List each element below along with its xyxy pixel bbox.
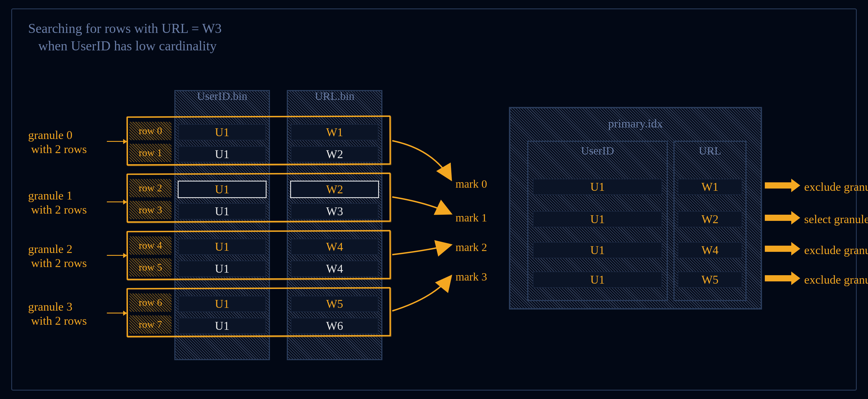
url-cell: W1 [291, 124, 378, 140]
userid-cell: U1 [178, 203, 266, 220]
row-label: row 3 [129, 201, 172, 219]
verdict-label: exclude granule [804, 273, 868, 286]
verdict-label: exclude granule [804, 180, 868, 194]
userid-cell: U1 [178, 296, 266, 312]
mark-label: mark 1 [456, 211, 487, 224]
arrow-icon [765, 275, 793, 281]
primary-idx-title: primary.idx [510, 117, 761, 130]
idx-userid-cell: U1 [533, 272, 662, 288]
idx-url-cell: W5 [678, 272, 742, 288]
userid-bin-file: UserID.bin U1U1U1U1U1U1U1U1 [174, 90, 270, 360]
row-label: row 2 [129, 179, 172, 197]
row-label: row 6 [129, 293, 172, 312]
userid-cell: U1 [178, 124, 266, 140]
url-cell: W6 [291, 318, 378, 334]
url-cell: W2 [291, 181, 378, 198]
userid-cell: U1 [178, 181, 266, 198]
row-label: row 5 [129, 258, 172, 277]
url-bin-file: URL.bin W1W2W2W3W4W4W5W6 [287, 90, 382, 360]
primary-idx-url-header: URL [675, 144, 745, 157]
granule-caption: granule 2 with 2 rows [28, 242, 118, 270]
verdict-label: exclude granule [804, 244, 868, 257]
idx-userid-cell: U1 [533, 211, 662, 227]
idx-url-cell: W4 [678, 242, 742, 258]
userid-cell: U1 [178, 261, 266, 277]
granule-caption: granule 0 with 2 rows [28, 128, 118, 156]
granule-caption: granule 1 with 2 rows [28, 189, 118, 217]
url-bin-header: URL.bin [288, 89, 381, 103]
idx-userid-cell: U1 [533, 179, 662, 195]
idx-userid-cell: U1 [533, 242, 662, 258]
mark-label: mark 2 [456, 240, 487, 254]
row-label: row 1 [129, 144, 172, 162]
mark-label: mark 0 [456, 177, 487, 191]
userid-cell: U1 [178, 238, 266, 255]
url-cell: W4 [291, 261, 378, 277]
primary-idx-file: primary.idx UserID URL U1W1U1W2U1W4U1W5 [509, 107, 762, 310]
userid-cell: U1 [178, 146, 266, 162]
arrow-icon [107, 141, 127, 142]
row-label: row 7 [129, 315, 172, 334]
mark-label: mark 3 [456, 270, 487, 283]
granule-caption: granule 3 with 2 rows [28, 300, 118, 328]
arrow-icon [765, 182, 793, 189]
row-label: row 4 [129, 236, 172, 255]
row-label: row 0 [129, 122, 172, 140]
userid-bin-header: UserID.bin [176, 89, 269, 103]
url-cell: W3 [291, 203, 378, 220]
userid-cell: U1 [178, 318, 266, 334]
arrow-icon [765, 246, 793, 252]
diagram-title: Searching for rows with URL = W3 when Us… [28, 20, 222, 55]
idx-url-cell: W2 [678, 211, 742, 227]
idx-url-cell: W1 [678, 179, 742, 195]
url-cell: W5 [291, 296, 378, 312]
arrow-icon [107, 201, 127, 202]
url-cell: W4 [291, 238, 378, 255]
primary-idx-userid-header: UserID [528, 144, 667, 157]
verdict-label: select granule [804, 212, 868, 226]
arrow-icon [765, 215, 793, 221]
arrow-icon [107, 313, 127, 313]
url-cell: W2 [291, 146, 378, 162]
arrow-icon [107, 255, 127, 256]
